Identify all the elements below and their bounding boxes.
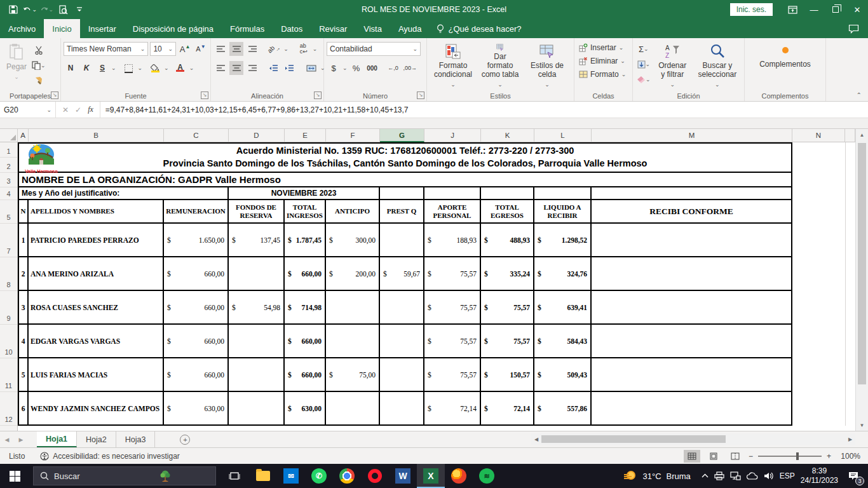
search-highlight-icon[interactable] [159, 470, 171, 482]
chrome-icon[interactable] [333, 464, 361, 488]
minimize-button[interactable]: — [803, 0, 825, 19]
autosum-button[interactable]: Σ⌄ [635, 42, 652, 56]
cell-prest[interactable] [380, 224, 424, 257]
header-remuneracion[interactable]: REMUNERACION [164, 200, 229, 224]
header-prest-q[interactable]: PREST Q [380, 200, 424, 224]
tab-ayuda[interactable]: Ayuda [390, 19, 430, 38]
name-box[interactable]: G20 ⌄ [0, 102, 56, 118]
increase-indent-button[interactable] [282, 61, 296, 75]
tell-me-box[interactable]: ¿Qué desea hacer? [430, 19, 528, 38]
cell-n[interactable]: 2 [18, 257, 29, 291]
mail-app-icon[interactable]: ✉ [277, 464, 305, 488]
cell-remuneracion[interactable]: $630,00 [164, 392, 229, 426]
align-right-button[interactable] [245, 61, 259, 75]
addins-button[interactable]: Complementos [750, 41, 820, 90]
start-button[interactable] [0, 464, 29, 488]
font-color-button[interactable]: A [173, 61, 187, 75]
empty-cell[interactable] [481, 187, 534, 200]
empty-cell[interactable] [424, 187, 481, 200]
cell-ingresos[interactable]: $660,00 [285, 257, 326, 291]
zoom-track[interactable] [758, 456, 822, 457]
sheet-tab-hoja1[interactable]: Hoja1 [37, 431, 77, 447]
row-header-4[interactable]: 4 [0, 187, 17, 200]
save-icon[interactable] [6, 3, 20, 17]
name-box-dropdown-icon[interactable]: ⌄ [46, 107, 51, 113]
scroll-left-icon[interactable]: ◀ [531, 433, 541, 445]
opera-icon[interactable] [361, 464, 389, 488]
cell-egresos[interactable]: $335,24 [481, 257, 534, 291]
clock-widget[interactable]: 8:39 24/11/2023 [801, 466, 838, 485]
empty-cell[interactable] [592, 187, 792, 200]
cell-liquido[interactable]: $584,43 [534, 325, 592, 358]
cell-aporte[interactable]: $75,57 [424, 358, 481, 392]
cell-styles-button[interactable]: Estilos de celda ⌄ [524, 41, 571, 90]
customize-quick-access-icon[interactable] [72, 3, 86, 17]
normal-view-button[interactable] [684, 450, 700, 463]
column-header-b[interactable]: B [29, 129, 164, 142]
align-middle-button[interactable] [229, 42, 243, 56]
copy-button[interactable]: ⌄ [31, 58, 47, 72]
orientation-button[interactable]: ab→ [266, 42, 281, 56]
column-header-c[interactable]: C [164, 129, 229, 142]
align-center-button[interactable] [229, 61, 243, 75]
taskbar-search-box[interactable]: Buscar [33, 466, 216, 485]
cell-anticipo[interactable] [326, 291, 380, 325]
cell-n[interactable]: 3 [18, 291, 29, 325]
cell-aporte[interactable]: $75,57 [424, 325, 481, 358]
thousands-format-button[interactable]: 000 [365, 61, 379, 75]
column-header-d[interactable]: D [229, 129, 285, 142]
task-view-button[interactable] [220, 464, 249, 488]
cell-prest[interactable] [380, 392, 424, 426]
row-header-2[interactable]: 2 [0, 158, 17, 173]
cell-ingresos[interactable]: $630,00 [285, 392, 326, 426]
cell-fondos[interactable] [229, 358, 285, 392]
cell-n[interactable]: 4 [18, 325, 29, 358]
collapse-ribbon-button[interactable]: ⌃ [857, 92, 862, 98]
clear-button[interactable]: ⌄ [635, 72, 652, 86]
signin-button[interactable]: Inic. ses. [730, 3, 773, 16]
tab-revisar[interactable]: Revisar [311, 19, 355, 38]
cell-prest[interactable] [380, 291, 424, 325]
firefox-icon[interactable] [445, 464, 473, 488]
cell-egresos[interactable]: $150,57 [481, 358, 534, 392]
zoom-level[interactable]: 100% [836, 452, 860, 461]
header-anticipo[interactable]: ANTICIPO [326, 200, 380, 224]
increase-font-button[interactable]: A▲ [178, 42, 192, 56]
cell-fondos[interactable] [229, 325, 285, 358]
clipboard-dialog-launcher[interactable]: ↘ [51, 92, 58, 99]
cell-ingresos[interactable]: $1.787,45 [285, 224, 326, 257]
tab-inicio[interactable]: Inicio [44, 19, 79, 38]
row-header-8[interactable]: 8 [0, 257, 17, 291]
tab-vista[interactable]: Vista [355, 19, 390, 38]
cell-ingresos[interactable]: $660,00 [285, 325, 326, 358]
notification-center-button[interactable]: 3 [844, 466, 863, 485]
undo-button[interactable]: ⌄ [23, 3, 37, 17]
page-break-view-button[interactable] [727, 450, 743, 463]
zoom-handle[interactable] [796, 452, 799, 460]
cell-recibi[interactable] [592, 392, 792, 426]
scroll-down-icon[interactable]: ▼ [856, 419, 868, 431]
column-header-f[interactable]: F [326, 129, 380, 142]
column-header-m[interactable]: M [592, 129, 792, 142]
comment-icon[interactable] [848, 24, 859, 34]
enter-icon[interactable]: ✓ [75, 105, 81, 114]
tab-formulas[interactable]: Fórmulas [222, 19, 273, 38]
fill-color-button[interactable] [148, 61, 162, 75]
cell-recibi[interactable] [592, 291, 792, 325]
column-header-k[interactable]: K [481, 129, 534, 142]
cell-liquido[interactable]: $1.298,52 [534, 224, 592, 257]
empty-cell[interactable] [534, 187, 592, 200]
cell-remuneracion[interactable]: $660,00 [164, 325, 229, 358]
insert-function-icon[interactable]: fx [88, 105, 93, 114]
align-left-button[interactable] [214, 61, 227, 75]
currency-dropdown-icon[interactable]: ⌄ [342, 65, 348, 71]
cell-aporte[interactable]: $72,14 [424, 392, 481, 426]
close-button[interactable]: ✕ [846, 0, 868, 19]
row-header-7[interactable]: 7 [0, 224, 17, 257]
format-cells-button[interactable]: Formato ⌄ [577, 67, 630, 81]
cell-fondos[interactable] [229, 257, 285, 291]
header-liquido-recibir[interactable]: LIQUIDO A RECIBIR [534, 200, 592, 224]
file-explorer-icon[interactable] [249, 464, 277, 488]
cell-anticipo[interactable]: $75,00 [326, 358, 380, 392]
column-header-e[interactable]: E [285, 129, 326, 142]
